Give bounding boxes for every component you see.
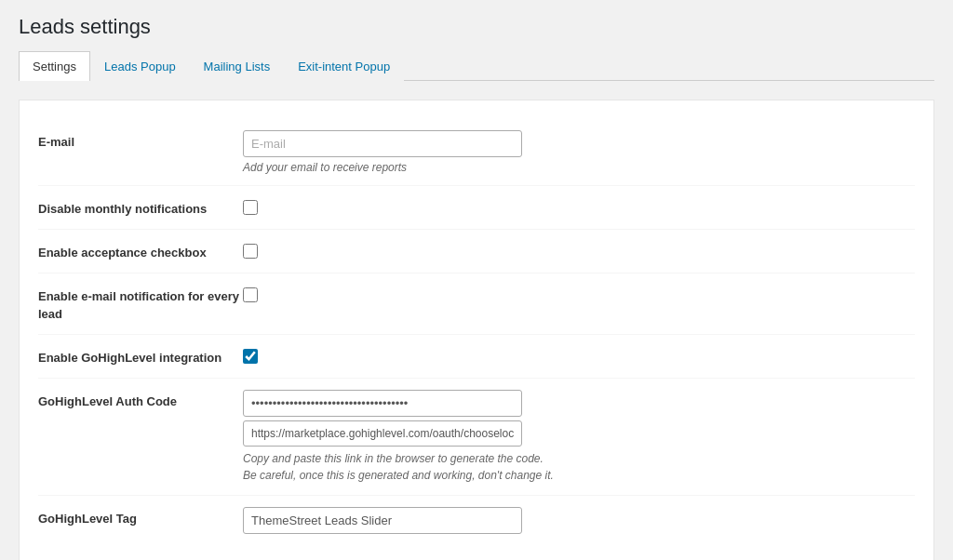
enable-acceptance-field	[243, 241, 915, 259]
gohighlevel-tag-input[interactable]	[243, 507, 522, 534]
gohighlevel-auth-input[interactable]	[243, 390, 522, 417]
gohighlevel-auth-row: GoHighLevel Auth Code Copy and paste thi…	[38, 379, 915, 496]
settings-form: E-mail Add your email to receive reports…	[19, 100, 934, 560]
page-container: Leads settings Settings Leads Popup Mail…	[0, 0, 953, 560]
enable-gohighlevel-checkbox[interactable]	[243, 349, 258, 364]
gohighlevel-tag-field	[243, 507, 915, 534]
email-help: Add your email to receive reports	[243, 161, 915, 174]
gohighlevel-auth-label: GoHighLevel Auth Code	[38, 390, 243, 410]
enable-gohighlevel-label: Enable GoHighLevel integration	[38, 346, 243, 367]
enable-gohighlevel-row: Enable GoHighLevel integration	[38, 335, 915, 379]
enable-acceptance-checkbox[interactable]	[243, 244, 258, 259]
disable-monthly-field	[243, 197, 915, 215]
enable-acceptance-label: Enable acceptance checkbox	[38, 241, 243, 261]
gohighlevel-auth-field: Copy and paste this link in the browser …	[243, 390, 915, 484]
tab-exit-intent-popup[interactable]: Exit-intent Popup	[284, 51, 404, 81]
enable-email-notification-field	[243, 285, 915, 302]
page-title: Leads settings	[19, 15, 934, 39]
enable-email-notification-row: Enable e-mail notification for every lea…	[38, 273, 915, 334]
disable-monthly-checkbox[interactable]	[243, 200, 258, 215]
disable-monthly-label: Disable monthly notifications	[38, 197, 243, 218]
email-field-group: Add your email to receive reports	[243, 130, 915, 174]
gohighlevel-auth-help: Copy and paste this link in the browser …	[243, 450, 915, 484]
gohighlevel-tag-label: GoHighLevel Tag	[38, 507, 243, 527]
email-input[interactable]	[243, 130, 522, 157]
tab-mailing-lists[interactable]: Mailing Lists	[190, 51, 285, 81]
disable-monthly-row: Disable monthly notifications	[38, 186, 915, 230]
enable-email-notification-checkbox[interactable]	[243, 287, 258, 302]
enable-gohighlevel-field	[243, 346, 915, 364]
email-row: E-mail Add your email to receive reports	[38, 119, 915, 186]
email-label: E-mail	[38, 130, 243, 151]
enable-email-notification-label: Enable e-mail notification for every lea…	[38, 285, 243, 322]
tabs-bar: Settings Leads Popup Mailing Lists Exit-…	[19, 50, 934, 81]
tab-leads-popup[interactable]: Leads Popup	[90, 51, 190, 81]
tab-settings[interactable]: Settings	[19, 51, 90, 81]
enable-acceptance-row: Enable acceptance checkbox	[38, 230, 915, 273]
gohighlevel-auth-url-input[interactable]	[243, 420, 522, 447]
gohighlevel-tag-row: GoHighLevel Tag	[38, 496, 915, 545]
